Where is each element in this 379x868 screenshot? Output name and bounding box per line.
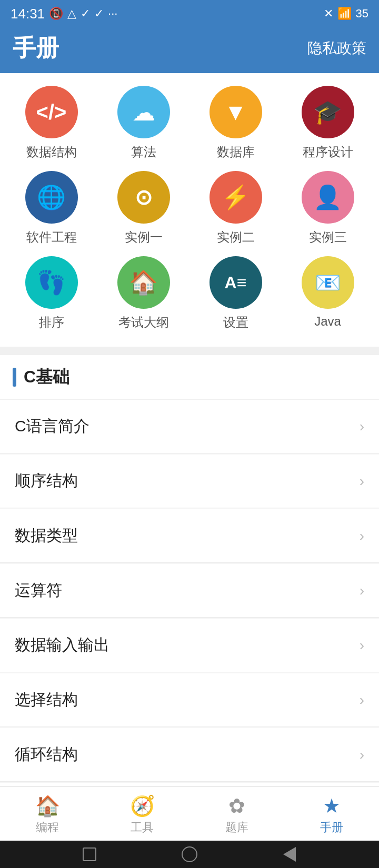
more-icon: ···	[108, 7, 117, 21]
signal-icon: 📵	[49, 7, 63, 21]
shutter-nav-icon: ✿	[228, 794, 245, 817]
icon-programming[interactable]: 🎓 程序设计	[291, 86, 365, 160]
az-icon: A≡	[225, 273, 247, 292]
settings-circle: A≡	[210, 256, 262, 309]
compass-nav-icon: 🧭	[130, 794, 155, 817]
footprint-icon: 👣	[37, 269, 66, 296]
home-nav-icon: 🏠	[35, 794, 60, 817]
programming-label: 程序设计	[303, 144, 353, 160]
database-circle: ▼	[210, 86, 262, 138]
example1-circle: ⊙	[117, 171, 170, 224]
database-label: 数据库	[217, 144, 255, 160]
cloud-icon: △	[67, 7, 76, 21]
java-circle: 📧	[302, 256, 354, 309]
chevron-right-icon: ›	[360, 692, 364, 709]
icon-row-1: </> 数据结构 ☁ 算法 ▼ 数据库 🎓 程序设计	[5, 86, 374, 160]
chevron-right-icon: ›	[360, 473, 364, 490]
icon-example3[interactable]: 👤 实例三	[291, 171, 365, 246]
icon-database[interactable]: ▼ 数据库	[199, 86, 273, 160]
list-item-operators[interactable]: 运算符 ›	[0, 564, 379, 618]
lightning-icon: ⚡	[221, 184, 250, 211]
icon-settings[interactable]: A≡ 设置	[199, 256, 273, 331]
system-nav-bar	[0, 841, 379, 868]
status-left: 14:31 📵 △ ✓ ✓ ···	[11, 6, 117, 22]
nav-question-bank[interactable]: ✿ 题库	[190, 787, 284, 841]
list-item-data-types[interactable]: 数据类型 ›	[0, 509, 379, 563]
exam-outline-label: 考试大纲	[118, 314, 169, 331]
icon-exam-outline[interactable]: 🏠 考试大纲	[107, 256, 181, 331]
exam-outline-circle: 🏠	[117, 256, 170, 309]
list-item-sequential[interactable]: 顺序结构 ›	[0, 455, 379, 508]
icon-row-3: 👣 排序 🏠 考试大纲 A≡ 设置 📧 Java	[5, 256, 374, 331]
nav-programming[interactable]: 🏠 编程	[0, 787, 95, 841]
list-item-label: 数据输入输出	[15, 634, 109, 656]
list-item-label: 运算符	[15, 580, 62, 601]
nav-tools[interactable]: 🧭 工具	[95, 787, 190, 841]
graduation-icon: 🎓	[313, 98, 342, 126]
icon-row-2: 🌐 软件工程 ⊙ 实例一 ⚡ 实例二 👤 实例三	[5, 171, 374, 246]
recent-apps-icon	[83, 847, 96, 861]
list-item-label: 选择结构	[15, 689, 78, 711]
icon-grid: </> 数据结构 ☁ 算法 ▼ 数据库 🎓 程序设计 🌐	[0, 73, 379, 347]
list-item-selection[interactable]: 选择结构 ›	[0, 673, 379, 727]
code-icon: </>	[36, 100, 67, 124]
page-title: 手册	[13, 33, 59, 64]
software-eng-circle: 🌐	[25, 171, 78, 224]
section-title: C基础	[24, 366, 69, 389]
icon-example1[interactable]: ⊙ 实例一	[107, 171, 181, 246]
person-icon: 👤	[313, 184, 342, 211]
app-header: 手册 隐私政策	[0, 27, 379, 73]
status-bar: 14:31 📵 △ ✓ ✓ ··· ✕ 📶 35	[0, 0, 379, 27]
battery-icon: 35	[356, 7, 368, 21]
star-nav-icon: ★	[323, 794, 341, 817]
icon-algorithm[interactable]: ☁ 算法	[107, 86, 181, 160]
algorithm-label: 算法	[131, 144, 156, 160]
icon-software-engineering[interactable]: 🌐 软件工程	[15, 171, 88, 246]
section-accent-bar	[13, 368, 16, 387]
disc-icon: ⊙	[135, 185, 153, 209]
list-item-label: 循环结构	[15, 744, 78, 765]
list-item-label: 数据类型	[15, 525, 78, 547]
example2-label: 实例二	[217, 229, 255, 246]
java-label: Java	[314, 314, 341, 329]
programming-circle: 🎓	[302, 86, 354, 138]
example2-circle: ⚡	[210, 171, 262, 224]
check-icon1: ✓	[81, 7, 90, 21]
icon-sort[interactable]: 👣 排序	[15, 256, 88, 331]
chevron-right-icon: ›	[360, 746, 364, 763]
sys-home-button[interactable]	[179, 844, 200, 865]
nav-question-bank-label: 题库	[225, 820, 248, 835]
nav-tools-label: 工具	[131, 820, 154, 835]
chevron-right-icon: ›	[360, 528, 364, 544]
algorithm-circle: ☁	[117, 86, 170, 138]
nav-manual[interactable]: ★ 手册	[284, 787, 379, 841]
list-item-c-intro[interactable]: C语言简介 ›	[0, 400, 379, 453]
download-icon: ▼	[224, 99, 247, 125]
wifi-icon: 📶	[337, 7, 352, 21]
icon-java[interactable]: 📧 Java	[291, 256, 365, 331]
icon-data-structure[interactable]: </> 数据结构	[15, 86, 88, 160]
software-eng-label: 软件工程	[26, 229, 77, 246]
list-item-loop[interactable]: 循环结构 ›	[0, 728, 379, 782]
settings-label: 设置	[223, 314, 248, 331]
cloud-nav-icon: ☁	[132, 99, 155, 126]
sys-recent-button[interactable]	[79, 844, 100, 865]
status-time: 14:31	[11, 6, 45, 22]
data-structure-label: 数据结构	[26, 144, 77, 160]
list-item-io[interactable]: 数据输入输出 ›	[0, 619, 379, 672]
sys-back-button[interactable]	[279, 844, 300, 865]
home-icon: 🏠	[129, 269, 158, 296]
privacy-policy-button[interactable]: 隐私政策	[307, 38, 366, 58]
icon-example2[interactable]: ⚡ 实例二	[199, 171, 273, 246]
section-header: C基础	[0, 355, 379, 400]
sort-label: 排序	[39, 314, 64, 331]
example3-label: 实例三	[309, 229, 347, 246]
chevron-right-icon: ›	[360, 637, 364, 654]
status-right: ✕ 📶 35	[324, 7, 368, 21]
battery-x-icon: ✕	[324, 7, 333, 21]
sort-circle: 👣	[25, 256, 78, 309]
data-structure-circle: </>	[25, 86, 78, 138]
nav-manual-label: 手册	[320, 820, 343, 835]
bottom-nav: 🏠 编程 🧭 工具 ✿ 题库 ★ 手册	[0, 786, 379, 841]
list-item-label: C语言简介	[15, 416, 89, 437]
